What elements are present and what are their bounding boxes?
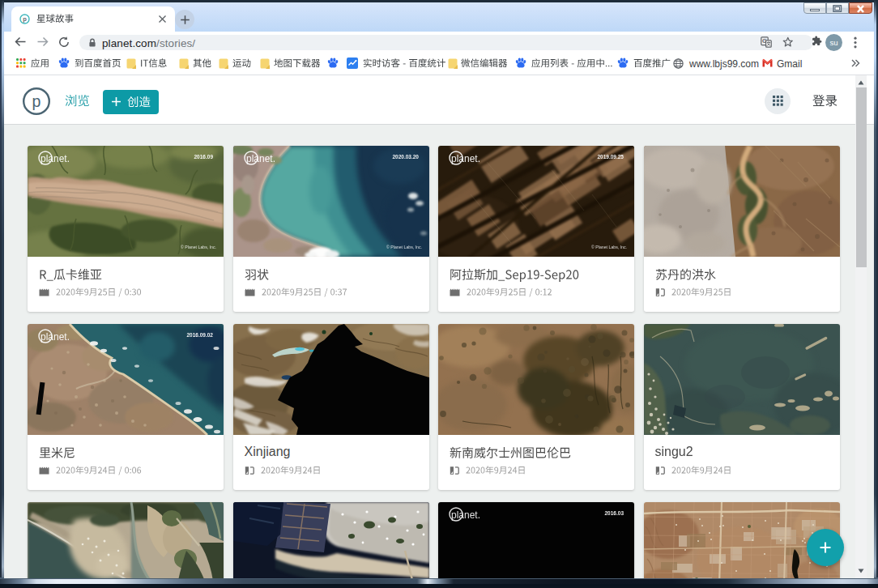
svg-text:p: p (32, 92, 40, 109)
svg-text:planet.: planet. (451, 509, 480, 521)
svg-text:planet.: planet. (40, 331, 70, 343)
svg-text:planet.: planet. (246, 153, 275, 164)
svg-text:p: p (23, 15, 27, 23)
svg-text:© Planet Labs, Inc.: © Planet Labs, Inc. (591, 245, 627, 249)
svg-text:© Planet Labs, Inc.: © Planet Labs, Inc. (181, 245, 216, 249)
svg-text:2019.09.25: 2019.09.25 (597, 154, 624, 160)
svg-text:2016.09.02: 2016.09.02 (186, 332, 213, 338)
svg-text:planet.: planet. (451, 153, 480, 164)
svg-text:2016.03: 2016.03 (605, 510, 624, 516)
svg-text:2020.03.20: 2020.03.20 (392, 154, 419, 160)
svg-text:© Planet Labs, Inc.: © Planet Labs, Inc. (386, 245, 422, 249)
svg-text:2016.09: 2016.09 (194, 154, 214, 160)
svg-text:planet.: planet. (40, 153, 70, 164)
